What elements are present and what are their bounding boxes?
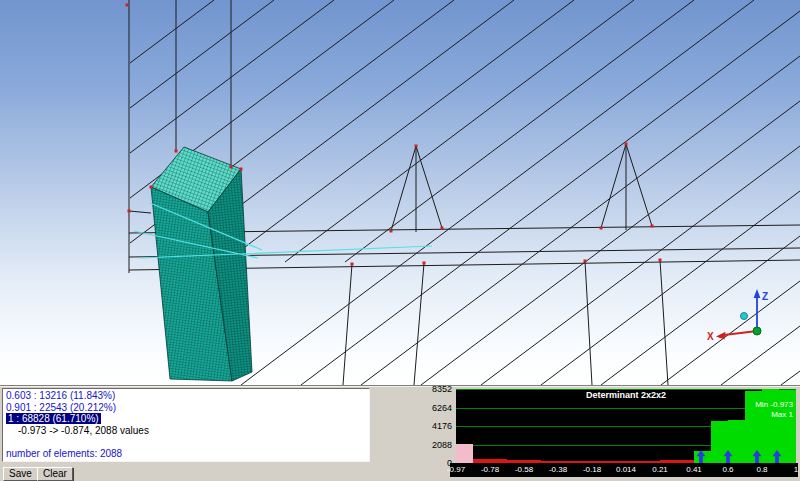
- log-line: number of elements: 2088: [6, 448, 366, 460]
- log-line: 0.901 : 22543 (20.212%): [6, 402, 366, 414]
- histogram-minmax: Min -0.973 Max 1: [755, 400, 793, 420]
- range-marker-arrow: [753, 449, 762, 462]
- y-tick-label: 8352: [432, 384, 452, 394]
- axis-x-arrow: [724, 332, 753, 336]
- log-line: [6, 436, 366, 448]
- message-log[interactable]: 0.603 : 13216 (11.843%)0.901 : 22543 (20…: [2, 388, 370, 462]
- axis-origin-ball: [753, 327, 761, 335]
- viewport-canvas: Z X: [0, 0, 800, 385]
- axis-z-arrowhead: [754, 289, 761, 298]
- x-tick-label: -0.18: [583, 465, 601, 474]
- y-tick-label: 4176: [432, 421, 452, 431]
- x-tick-label: 0.41: [686, 465, 702, 474]
- axis-x-arrowhead: [716, 332, 726, 340]
- histogram-plot[interactable]: Determinant 2x2x2 Min -0.973 Max 1: [456, 389, 796, 463]
- x-tick-label: 1: [794, 465, 798, 474]
- mesh-block[interactable]: [151, 147, 252, 381]
- x-tick-label: -0.97: [447, 465, 465, 474]
- histogram-panel: 02088417662648352 Determinant 2x2x2 Min …: [376, 386, 800, 481]
- histogram-x-axis: -0.97-0.78-0.58-0.38-0.180.0140.210.410.…: [450, 463, 798, 477]
- x-tick-label: 0.21: [652, 465, 668, 474]
- log-line: 0.603 : 13216 (11.843%): [6, 390, 366, 402]
- histogram-max-label: Max 1: [755, 410, 793, 420]
- log-line: -0.973 -> -0.874, 2088 values: [6, 425, 366, 437]
- histogram-y-axis: 02088417662648352: [376, 386, 454, 466]
- x-tick-label: 0.8: [756, 465, 767, 474]
- range-marker-arrow: [773, 449, 782, 462]
- histogram-bar[interactable]: [456, 444, 473, 463]
- range-marker-arrow: [724, 449, 733, 462]
- x-tick-label: -0.78: [481, 465, 499, 474]
- x-tick-label: -0.38: [549, 465, 567, 474]
- axis-triad: Z X: [707, 289, 768, 342]
- log-lines: 0.603 : 13216 (11.843%)0.901 : 22543 (20…: [6, 390, 366, 459]
- y-tick-label: 2088: [432, 440, 452, 450]
- rotation-center-ball: [741, 313, 748, 320]
- x-tick-label: 0.014: [616, 465, 636, 474]
- clear-button[interactable]: Clear: [37, 467, 73, 481]
- x-tick-label: 0.6: [722, 465, 733, 474]
- log-line: 1 : 68828 (61.710%): [6, 413, 366, 425]
- bottom-panel: 0.603 : 13216 (11.843%)0.901 : 22543 (20…: [0, 385, 800, 481]
- y-tick-label: 6264: [432, 403, 452, 413]
- axis-x-label: X: [707, 331, 714, 342]
- range-marker-arrow: [697, 449, 706, 462]
- x-tick-label: -0.58: [515, 465, 533, 474]
- histogram-min-label: Min -0.973: [755, 400, 793, 410]
- viewport-3d[interactable]: Z X: [0, 0, 800, 385]
- histogram-title: Determinant 2x2x2: [456, 390, 796, 400]
- axis-z-label: Z: [762, 291, 768, 302]
- save-button[interactable]: Save: [3, 467, 38, 481]
